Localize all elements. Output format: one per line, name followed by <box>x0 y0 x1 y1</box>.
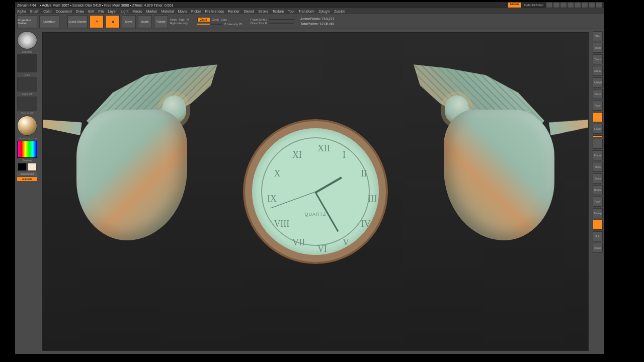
rightpanel-scale[interactable]: Scale <box>593 173 603 184</box>
rightpanel-frame[interactable]: Frame <box>593 150 603 160</box>
rightpanel-spix[interactable]: SPix <box>593 31 603 41</box>
window-minimize[interactable] <box>582 3 588 8</box>
primary-color-swatch[interactable] <box>28 163 37 171</box>
rightpanel-local[interactable]: Local <box>593 112 603 122</box>
main-area: Standard Dots Alpha Off Texture Off nd_a… <box>15 29 604 354</box>
window-btn-5[interactable] <box>575 3 581 8</box>
menu-transform[interactable]: Transform <box>298 10 314 13</box>
gradient-label[interactable]: Gradient <box>17 159 37 162</box>
menu-picker[interactable]: Picker <box>191 10 201 13</box>
horn-shape <box>42 112 82 136</box>
color-picker[interactable] <box>17 141 37 158</box>
stroke-name-label: Dots <box>17 73 37 76</box>
m-label[interactable]: M <box>187 18 189 21</box>
edit-button[interactable]: ✎ <box>90 15 104 28</box>
rightpanel-scroll[interactable]: Scroll <box>593 43 603 53</box>
alternate-button[interactable]: Alternate <box>17 177 37 181</box>
rightpanel-btn9[interactable] <box>593 135 603 137</box>
menu-stroke[interactable]: Stroke <box>258 10 268 13</box>
window-btn-1[interactable] <box>546 3 552 8</box>
default-zscript[interactable]: DefaultZScript <box>522 4 545 7</box>
focal-shift-slider[interactable] <box>269 19 294 20</box>
quicksketch-button[interactable]: Quick Sketch <box>67 15 88 28</box>
focal-shift-label: Focal Shift 0 <box>251 18 267 21</box>
menu-brush[interactable]: Brush <box>30 10 39 13</box>
window-close[interactable] <box>596 3 602 8</box>
menu-color[interactable]: Color <box>43 10 52 13</box>
lightbox-button[interactable]: LightBox <box>39 15 59 28</box>
menu-alpha[interactable]: Alpha <box>17 10 26 13</box>
zbrush-window: ZBrush 4R4 • Active Mem 1007 • Scratch D… <box>15 2 604 354</box>
rgb-label[interactable]: Rgb <box>179 18 185 21</box>
rightpanel-rotate[interactable]: Rotate <box>593 185 603 195</box>
rightpanel-zoom[interactable]: Zoom <box>593 54 603 64</box>
horn-shape <box>549 112 589 136</box>
z-intensity-slider[interactable] <box>197 24 222 25</box>
menu-macro[interactable]: Macro <box>132 10 142 13</box>
menu-tool[interactable]: Tool <box>288 10 294 13</box>
menu-stencil[interactable]: Stencil <box>244 10 254 13</box>
window-maximize[interactable] <box>589 3 595 8</box>
rightpanel-transp[interactable]: Transp <box>593 208 603 218</box>
rotate-button[interactable]: Rotate <box>154 15 168 28</box>
rightpanel-actual[interactable]: Actual <box>593 66 603 76</box>
angel-right <box>383 69 585 260</box>
menu-zscript[interactable]: Zscript <box>334 10 345 13</box>
zsub-button[interactable]: Zsub <box>212 18 219 21</box>
menu-preferences[interactable]: Preferences <box>205 10 224 13</box>
menu-layer[interactable]: Layer <box>108 10 117 13</box>
texture-selector[interactable] <box>17 97 37 111</box>
alpha-label: Alpha Off <box>17 93 37 96</box>
numeral-VI: VI <box>317 244 327 254</box>
draw-button[interactable]: ◉ <box>106 15 120 28</box>
brush-selector[interactable] <box>17 31 37 49</box>
secondary-color-swatch[interactable] <box>18 163 27 171</box>
zcut-button[interactable]: Zcut <box>221 18 227 21</box>
material-selector[interactable] <box>17 116 37 136</box>
rightpanel-btn17[interactable] <box>593 220 603 230</box>
rightpanel-persp[interactable]: Persp <box>593 89 603 99</box>
rightpanel-aahalf[interactable]: AAHalf <box>593 77 603 87</box>
rightpanel-xpose[interactable]: Xpose <box>593 243 603 253</box>
switchcolor-button[interactable]: SwitchColor <box>17 172 37 176</box>
menu-file[interactable]: File <box>98 10 104 13</box>
stroke-selector[interactable] <box>17 54 37 72</box>
material-name-label: nd_antique_bron <box>17 137 37 140</box>
draw-size-slider[interactable] <box>269 23 294 24</box>
scale-button[interactable]: Scale <box>138 15 152 28</box>
projection-master-button[interactable]: Projection Master <box>17 15 37 28</box>
alpha-selector[interactable] <box>17 77 37 92</box>
rightpanel-l.sym[interactable]: L.Sym <box>593 124 603 134</box>
window-btn-4[interactable] <box>568 3 574 8</box>
draw-size-label: Draw Size 8 <box>251 22 267 25</box>
numeral-II: II <box>361 168 367 179</box>
mrgb-label[interactable]: Mrgb <box>170 18 177 21</box>
menus-button[interactable]: Menus <box>508 3 521 8</box>
title-bar: ZBrush 4R4 • Active Mem 1007 • Scratch D… <box>15 2 604 8</box>
rightpanel-btn10[interactable] <box>593 139 603 149</box>
window-btn-2[interactable] <box>553 3 559 8</box>
menu-document[interactable]: Document <box>56 10 72 13</box>
body-shape <box>444 110 554 240</box>
rightpanel-polyf[interactable]: PolyF <box>593 197 603 207</box>
zadd-button[interactable]: Zadd <box>197 17 210 22</box>
menu-draw[interactable]: Draw <box>76 10 84 13</box>
menu-light[interactable]: Light <box>121 10 128 13</box>
menu-zplugin[interactable]: Zplugin <box>318 10 330 13</box>
menu-render[interactable]: Render <box>228 10 239 13</box>
menu-movie[interactable]: Movie <box>178 10 187 13</box>
active-points-stat: ActivePoints: 718,271 <box>300 17 335 21</box>
numeral-X: X <box>274 168 280 179</box>
menu-material[interactable]: Material <box>161 10 174 13</box>
rightpanel-floor[interactable]: Floor <box>593 101 603 111</box>
menu-bar: AlphaBrushColorDocumentDrawEditFileLayer… <box>15 8 604 14</box>
viewport[interactable]: XIIIIIIIIIVVVIVIIVIIIIXXXI QUARTZ <box>42 32 589 351</box>
menu-marker[interactable]: Marker <box>146 10 157 13</box>
menu-edit[interactable]: Edit <box>88 10 94 13</box>
numeral-XII: XII <box>317 143 330 154</box>
move-button[interactable]: Move <box>122 15 136 28</box>
rightpanel-solo[interactable]: Solo <box>593 231 603 241</box>
rightpanel-move[interactable]: Move <box>593 162 603 172</box>
menu-texture[interactable]: Texture <box>272 10 284 13</box>
window-btn-3[interactable] <box>560 3 567 8</box>
